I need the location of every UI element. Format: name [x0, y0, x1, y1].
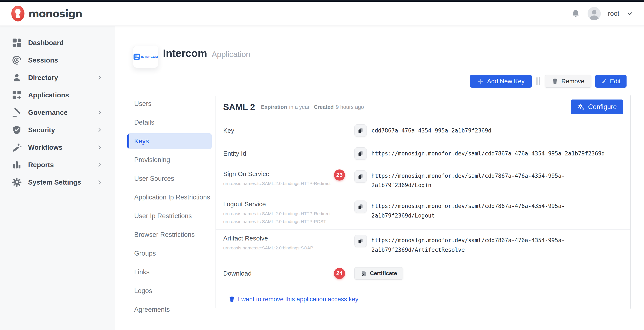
- pencil-icon: [601, 78, 607, 84]
- plus-icon: [477, 78, 484, 84]
- copy-entity-id-button[interactable]: [354, 147, 367, 160]
- remove-access-key-link[interactable]: I want to remove this application access…: [229, 296, 358, 303]
- notifications-bell-icon[interactable]: [571, 9, 580, 18]
- user-avatar[interactable]: [588, 7, 601, 20]
- subnav-item-links[interactable]: Links: [127, 263, 212, 282]
- binding-urn: urn:oasis:names:tc:SAML:2.0:bindings:SOA…: [223, 245, 334, 250]
- subnav-item-user-ip-restrictions[interactable]: User Ip Restrictions: [127, 207, 212, 225]
- sidebar-item-label: Directory: [28, 74, 58, 82]
- top-window-strip: [0, 0, 644, 2]
- table-row-download: Download 24 Certificate: [216, 260, 630, 287]
- add-new-key-button[interactable]: Add New Key: [470, 75, 532, 88]
- reports-chart-icon: [12, 160, 22, 170]
- saml-panel-header: SAML 2 Expiration in a year Created 9 ho…: [216, 95, 630, 119]
- binding-urn: urn:oasis:names:tc:SAML:2.0:bindings:HTT…: [223, 211, 334, 216]
- table-row-key: Key cdd7867a-476a-4354-995a-2a1b79f2369d: [216, 119, 630, 142]
- button-group-separator: [536, 77, 540, 85]
- main-content: INTERCOM Intercom Application Add New Ke…: [115, 26, 644, 330]
- subnav-item-browser-restrictions[interactable]: Browser Restrictions: [127, 225, 212, 244]
- subnav-item-logos[interactable]: Logos: [127, 282, 212, 300]
- table-row-entity-id: Entity Id https://monosign.monofor.dev/s…: [216, 142, 630, 165]
- settings-gear-icon: [12, 177, 22, 187]
- username-label: root: [608, 10, 619, 17]
- sidebar-item-label: System Settings: [28, 178, 81, 186]
- subnav-item-provisioning[interactable]: Provisioning: [127, 151, 212, 169]
- gears-icon: [577, 103, 585, 111]
- row-label: Artifact Resolve: [223, 235, 268, 242]
- chevron-right-icon: [97, 127, 102, 133]
- monosign-keyhole-icon: [11, 5, 25, 22]
- brand-name: monosign: [28, 8, 82, 19]
- subnav-item-agreements[interactable]: Agreements: [127, 300, 212, 319]
- sidebar-item-security[interactable]: Security: [0, 121, 115, 139]
- app-header-bar: monosign root: [0, 2, 644, 26]
- subnav-item-groups[interactable]: Groups: [127, 244, 212, 263]
- subnav-item-keys[interactable]: Keys: [127, 133, 212, 149]
- subnav-item-user-sources[interactable]: User Sources: [127, 169, 212, 188]
- status-badge: 23: [334, 169, 345, 180]
- application-logo-card: INTERCOM: [133, 46, 158, 68]
- page-title: Intercom Application: [163, 47, 250, 60]
- created-value: 9 hours ago: [336, 104, 364, 110]
- copy-icon: [358, 238, 364, 244]
- application-subnav: Users Details Keys Provisioning User Sou…: [127, 94, 212, 319]
- copy-sign-on-service-button[interactable]: [354, 170, 367, 183]
- chevron-right-icon: [97, 179, 102, 185]
- chevron-right-icon: [97, 162, 102, 167]
- sidebar: Dashboard Sessions Directory Application…: [0, 26, 115, 330]
- chevron-right-icon: [97, 75, 102, 80]
- sidebar-item-system-settings[interactable]: System Settings: [0, 173, 115, 191]
- download-certificate-button[interactable]: Certificate: [354, 267, 403, 280]
- workflows-wand-icon: [12, 143, 22, 152]
- logout-service-value: https://monosign.monofor.dev/saml/cdd786…: [372, 201, 618, 220]
- created-label: Created: [314, 104, 334, 110]
- key-meta: Expiration in a year Created 9 hours ago: [261, 104, 364, 110]
- intercom-logo-text: INTERCOM: [141, 55, 158, 58]
- binding-urn: urn:oasis:names:tc:SAML:2.0:bindings:HTT…: [223, 181, 334, 186]
- subnav-item-application-ip-restrictions[interactable]: Application Ip Restrictions: [127, 188, 212, 207]
- copy-icon: [358, 173, 364, 179]
- sidebar-item-label: Applications: [28, 91, 69, 99]
- sidebar-item-dashboard[interactable]: Dashboard: [0, 34, 115, 51]
- saml-key-panel: SAML 2 Expiration in a year Created 9 ho…: [216, 95, 631, 309]
- remove-button[interactable]: Remove: [545, 75, 592, 88]
- sidebar-item-sessions[interactable]: Sessions: [0, 51, 115, 69]
- sidebar-item-directory[interactable]: Directory: [0, 69, 115, 86]
- dashboard-icon: [12, 38, 22, 48]
- binding-urn: urn:oasis:names:tc:SAML:2.0:bindings:HTT…: [223, 219, 334, 224]
- copy-icon: [358, 204, 364, 210]
- row-label: Key: [223, 127, 234, 134]
- copy-icon: [358, 128, 364, 134]
- user-menu-chevron-icon[interactable]: [626, 10, 633, 17]
- key-value: cdd7867a-476a-4354-995a-2a1b79f2369d: [372, 126, 492, 135]
- intercom-logo-icon: [134, 54, 140, 60]
- subnav-item-details[interactable]: Details: [127, 113, 212, 132]
- brand-logo[interactable]: monosign: [11, 5, 82, 22]
- sidebar-item-applications[interactable]: Applications: [0, 86, 115, 104]
- sidebar-item-reports[interactable]: Reports: [0, 156, 115, 173]
- trash-icon: [229, 296, 235, 302]
- applications-icon: [12, 90, 22, 100]
- sidebar-item-label: Dashboard: [28, 39, 64, 47]
- trash-icon: [552, 78, 558, 84]
- entity-id-value: https://monosign.monofor.dev/saml/cdd786…: [372, 149, 605, 158]
- table-row-logout-service: Logout Service urn:oasis:names:tc:SAML:2…: [216, 195, 630, 230]
- copy-logout-service-button[interactable]: [354, 200, 367, 213]
- subnav-item-users[interactable]: Users: [127, 94, 212, 113]
- sidebar-item-label: Security: [28, 126, 55, 134]
- sidebar-item-label: Workflows: [28, 144, 62, 151]
- row-label: Download: [223, 270, 252, 277]
- sidebar-item-governance[interactable]: Governance: [0, 104, 115, 121]
- sidebar-item-workflows[interactable]: Workflows: [0, 139, 115, 156]
- sign-on-service-value: https://monosign.monofor.dev/saml/cdd786…: [372, 171, 618, 190]
- row-label: Entity Id: [223, 150, 246, 157]
- copy-key-button[interactable]: [354, 124, 367, 137]
- row-label: Sign On Service: [223, 170, 270, 177]
- sessions-icon: [12, 55, 22, 65]
- table-row-artifact-resolve: Artifact Resolve urn:oasis:names:tc:SAML…: [216, 230, 630, 260]
- chevron-right-icon: [97, 145, 102, 150]
- expiration-value: in a year: [289, 104, 310, 110]
- edit-button[interactable]: Edit: [595, 75, 626, 88]
- configure-button[interactable]: Configure: [571, 100, 623, 114]
- copy-artifact-resolve-button[interactable]: [354, 235, 367, 247]
